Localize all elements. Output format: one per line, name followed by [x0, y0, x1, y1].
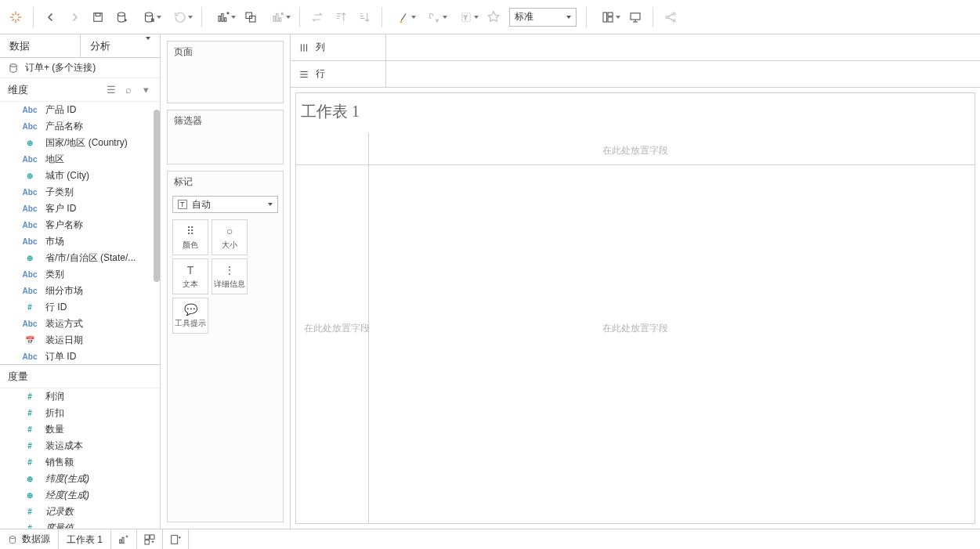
measure-field[interactable]: #度量值 — [0, 520, 160, 529]
dimension-field[interactable]: Abc地区 — [0, 151, 160, 168]
pages-card[interactable]: 页面 — [167, 41, 284, 103]
group-button[interactable] — [420, 6, 450, 28]
fit-dropdown[interactable]: 标准 — [509, 8, 577, 27]
dimension-field[interactable]: Abc客户名称 — [0, 217, 160, 233]
scrollbar-thumb[interactable] — [154, 110, 160, 282]
dimension-field[interactable]: Abc产品 ID — [0, 102, 160, 118]
measure-field[interactable]: #利润 — [0, 388, 160, 405]
svg-point-13 — [146, 13, 153, 16]
new-story-tab[interactable] — [163, 529, 189, 549]
dimension-field[interactable]: Abc订单 ID — [0, 349, 160, 365]
field-name: 销售额 — [45, 456, 74, 469]
dimension-field[interactable]: 📅装运日期 — [0, 332, 160, 349]
new-worksheet-tab[interactable] — [111, 529, 137, 549]
list-view-icon[interactable]: ☰ — [105, 84, 118, 96]
datasource-row[interactable]: 订单+ (多个连接) — [0, 58, 160, 78]
share-button[interactable] — [660, 6, 682, 28]
menu-icon[interactable]: ▾ — [139, 84, 152, 96]
rows-shelf[interactable]: 行 — [291, 61, 980, 88]
show-cards-button[interactable] — [593, 6, 623, 28]
tab-sheet1[interactable]: 工作表 1 — [59, 529, 111, 549]
measure-field[interactable]: #装运成本 — [0, 438, 160, 454]
sort-asc-button[interactable] — [330, 6, 352, 28]
dimension-field[interactable]: Abc市场 — [0, 233, 160, 250]
highlight-button[interactable] — [389, 6, 418, 28]
presentation-button[interactable] — [624, 6, 646, 28]
filters-card-title: 筛选器 — [168, 110, 283, 132]
columns-shelf[interactable]: 列 — [291, 34, 980, 61]
new-datasource-button[interactable] — [110, 6, 132, 28]
scrollbar[interactable] — [152, 102, 160, 364]
marks-grid: ⠿颜色○大小T文本⋮详细信息💬工具提示 — [168, 219, 283, 334]
undo-button[interactable] — [40, 6, 62, 28]
svg-point-44 — [666, 16, 668, 18]
rows-shelf-label: 行 — [291, 61, 386, 87]
refresh-button[interactable] — [165, 6, 195, 28]
duplicate-button[interactable] — [240, 6, 262, 28]
mark-cell-详细信息[interactable]: ⋮详细信息 — [212, 258, 248, 294]
svg-rect-25 — [280, 17, 281, 21]
marks-card: 标记 T自动 ⠿颜色○大小T文本⋮详细信息💬工具提示 — [167, 171, 284, 522]
svg-rect-58 — [122, 537, 124, 543]
field-name: 数量 — [45, 423, 64, 436]
mark-cell-文本[interactable]: T文本 — [172, 258, 208, 294]
measure-field[interactable]: #数量 — [0, 421, 160, 438]
search-icon[interactable]: ⌕ — [122, 84, 135, 96]
tab-data[interactable]: 数据 — [0, 34, 81, 57]
tableau-logo-icon[interactable] — [5, 6, 27, 28]
dimension-field[interactable]: Abc客户 ID — [0, 200, 160, 217]
field-name: 经度(生成) — [45, 489, 89, 502]
dimension-field[interactable]: Abc子类别 — [0, 184, 160, 200]
text-label-button[interactable]: T — [451, 6, 481, 28]
measures-list: #利润#折扣#数量#装运成本#销售额⊕纬度(生成)⊕经度(生成)#记录数#度量值 — [0, 388, 160, 529]
svg-rect-24 — [277, 13, 278, 21]
tab-analysis[interactable]: 分析 — [81, 34, 161, 57]
rows-drop-zone[interactable] — [386, 61, 980, 87]
dimension-field[interactable]: Abc产品名称 — [0, 118, 160, 135]
dimensions-header: 维度 ☰ ⌕ ▾ — [0, 78, 160, 102]
columns-drop-zone[interactable] — [386, 34, 980, 60]
svg-point-56 — [10, 536, 16, 538]
dimension-field[interactable]: ⊕省/市/自治区 (State/... — [0, 250, 160, 266]
svg-line-48 — [668, 17, 673, 20]
svg-line-5 — [17, 19, 19, 20]
mark-label: 颜色 — [183, 240, 198, 251]
dimension-field[interactable]: Abc细分市场 — [0, 283, 160, 299]
dimension-field[interactable]: #行 ID — [0, 299, 160, 316]
dimension-field[interactable]: Abc类别 — [0, 266, 160, 283]
dimension-field[interactable]: ⊕城市 (City) — [0, 168, 160, 184]
measure-field[interactable]: ⊕纬度(生成) — [0, 471, 160, 487]
svg-rect-57 — [120, 540, 121, 544]
mark-cell-大小[interactable]: ○大小 — [212, 219, 248, 255]
pause-updates-button[interactable] — [134, 6, 164, 28]
worksheet-title[interactable]: 工作表 1 — [296, 93, 975, 133]
filters-card[interactable]: 筛选器 — [167, 110, 284, 164]
svg-rect-23 — [273, 16, 275, 21]
svg-rect-61 — [145, 535, 149, 539]
dimension-field[interactable]: Abc装运方式 — [0, 316, 160, 332]
swap-button[interactable] — [306, 6, 328, 28]
measure-field[interactable]: #记录数 — [0, 504, 160, 520]
mark-icon: ⠿ — [186, 225, 194, 237]
tab-datasource[interactable]: 数据源 — [0, 529, 59, 549]
separator — [382, 7, 382, 27]
clear-button[interactable] — [263, 6, 293, 28]
sort-desc-button[interactable] — [353, 6, 375, 28]
new-dashboard-tab[interactable] — [137, 529, 163, 549]
mark-cell-工具提示[interactable]: 💬工具提示 — [172, 298, 208, 334]
marks-type-dropdown[interactable]: T自动 — [172, 196, 278, 213]
measure-field[interactable]: #销售额 — [0, 454, 160, 471]
mark-cell-颜色[interactable]: ⠿颜色 — [172, 219, 208, 255]
new-worksheet-button[interactable] — [208, 6, 238, 28]
worksheet-canvas[interactable]: 工作表 1 在此处放置字段 在此处放置字段 在此处放置字段 — [295, 92, 975, 524]
field-name: 国家/地区 (Country) — [45, 136, 128, 150]
save-button[interactable] — [87, 6, 109, 28]
measure-field[interactable]: ⊕经度(生成) — [0, 487, 160, 504]
svg-rect-8 — [94, 13, 103, 21]
pin-button[interactable] — [483, 6, 504, 28]
svg-rect-16 — [219, 16, 220, 21]
measure-field[interactable]: #折扣 — [0, 405, 160, 421]
dimension-field[interactable]: ⊕国家/地区 (Country) — [0, 135, 160, 151]
redo-button[interactable] — [63, 6, 85, 28]
field-name: 客户 ID — [45, 202, 76, 215]
